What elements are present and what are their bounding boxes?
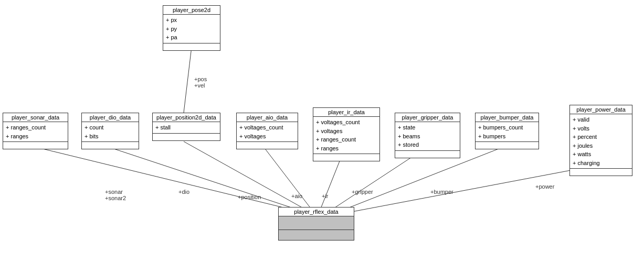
player-pose2d-body: + px + py + pa <box>163 15 220 43</box>
player-sonar-data-box: player_sonar_data + ranges_count + range… <box>3 113 68 149</box>
svg-line-1 <box>108 147 313 215</box>
player-pose2d-extra <box>163 43 220 50</box>
player-rflex-data-extra <box>279 230 354 240</box>
svg-text:+dio: +dio <box>178 189 189 195</box>
player-ir-data-header: player_ir_data <box>313 108 379 117</box>
player-position2d-data-body: + stall <box>153 122 220 133</box>
player-pose2d-header: player_pose2d <box>163 6 220 15</box>
player-power-data-body: + valid + volts + percent + joules + wat… <box>570 114 632 168</box>
svg-text:+aio: +aio <box>291 193 302 199</box>
player-bumper-data-box: player_bumper_data + bumpers_count + bum… <box>475 113 539 149</box>
player-dio-data-header: player_dio_data <box>82 113 139 122</box>
player-position2d-data-box: player_position2d_data + stall <box>152 113 220 141</box>
player-gripper-data-box: player_gripper_data + state + beams + st… <box>395 113 460 158</box>
svg-line-7 <box>341 165 598 214</box>
player-rflex-data-box: player_rflex_data <box>278 207 354 241</box>
player-sonar-data-header: player_sonar_data <box>3 113 68 122</box>
svg-line-16 <box>184 47 192 113</box>
player-aio-data-body: + voltages_count + voltages <box>237 122 298 141</box>
svg-text:+power: +power <box>535 183 555 190</box>
player-bumper-data-body: + bumpers_count + bumpers <box>476 122 539 141</box>
svg-text:+bumper: +bumper <box>430 189 453 195</box>
player-rflex-data-header: player_rflex_data <box>279 208 354 216</box>
player-gripper-data-header: player_gripper_data <box>395 113 460 122</box>
player-ir-data-box: player_ir_data + voltages_count + voltag… <box>313 107 380 161</box>
svg-text:+ir: +ir <box>322 193 329 199</box>
player-sonar-data-body: + ranges_count + ranges <box>3 122 68 141</box>
player-power-data-box: player_power_data + valid + volts + perc… <box>569 105 632 176</box>
svg-line-2 <box>184 141 313 214</box>
svg-text:+pos: +pos <box>194 76 207 82</box>
svg-text:+position: +position <box>238 194 261 200</box>
player-gripper-data-body: + state + beams + stored <box>395 122 460 150</box>
player-rflex-data-body <box>279 216 354 230</box>
player-power-data-header: player_power_data <box>570 105 632 114</box>
svg-text:+gripper: +gripper <box>352 189 373 195</box>
svg-line-3 <box>263 147 315 214</box>
player-dio-data-body: + count + bits <box>82 122 139 141</box>
player-aio-data-header: player_aio_data <box>237 113 298 122</box>
svg-text:+sonar: +sonar <box>105 189 123 195</box>
svg-text:+sonar2: +sonar2 <box>105 195 126 201</box>
svg-text:+vel: +vel <box>194 82 205 89</box>
player-aio-data-box: player_aio_data + voltages_count + volta… <box>236 113 298 149</box>
player-pose2d-box: player_pose2d + px + py + pa <box>163 5 220 51</box>
player-dio-data-box: player_dio_data + count + bits <box>81 113 139 149</box>
player-bumper-data-header: player_bumper_data <box>476 113 539 122</box>
player-ir-data-body: + voltages_count + voltages + ranges_cou… <box>313 117 379 154</box>
player-position2d-data-header: player_position2d_data <box>153 113 220 122</box>
